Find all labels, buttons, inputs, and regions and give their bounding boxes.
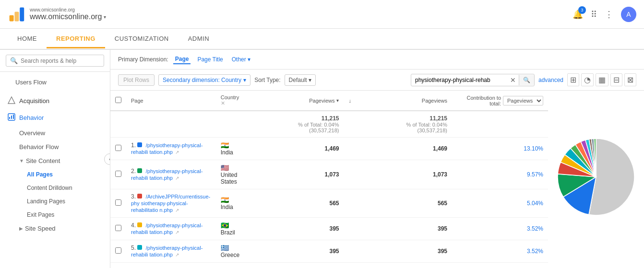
th-sort-arrow[interactable]: ↓ xyxy=(344,91,356,111)
row-page-cell: 5. /physiotherapy-physical-rehabili tati… xyxy=(126,240,216,263)
row-contrib: 9.57% xyxy=(452,160,548,189)
row-country-cell: 🇮🇳 India xyxy=(216,189,248,218)
behavior-label: Behavior xyxy=(19,114,44,121)
external-link-icon[interactable]: ↗ xyxy=(175,208,179,213)
sidebar-item-site-content[interactable]: ▼ Site Content xyxy=(0,154,110,168)
sort-desc-arrow[interactable]: ▾ xyxy=(336,98,339,103)
sidebar-item-content-drilldown[interactable]: Content Drilldown xyxy=(0,181,110,195)
row-num: 3. xyxy=(131,193,136,200)
nav-reporting[interactable]: REPORTING xyxy=(47,30,105,48)
apps-icon[interactable]: ⠿ xyxy=(591,9,597,20)
external-link-icon[interactable]: ↗ xyxy=(175,150,179,155)
search-clear-icon[interactable]: ✕ xyxy=(507,74,519,86)
country-flag: 🇮🇳 xyxy=(221,196,229,204)
view-bar-icon[interactable]: ▦ xyxy=(596,73,608,86)
country-name: United States xyxy=(221,172,238,185)
topbar-left: www.omicsonline.org www.omicsonline.org … xyxy=(8,6,106,23)
secondary-dim-select[interactable]: Secondary dimension: Country ▾ xyxy=(158,74,250,86)
sort-select[interactable]: Default ▾ xyxy=(285,74,316,86)
summary-checkbox-cell xyxy=(110,111,126,138)
row-color-dot xyxy=(137,194,142,198)
row-country-cell: 🇬🇷 Greece xyxy=(216,240,248,263)
sidebar-item-exit-pages[interactable]: Exit Pages xyxy=(0,208,110,221)
collapse-arrow: ▼ xyxy=(19,158,24,163)
external-link-icon[interactable]: ↗ xyxy=(175,252,179,257)
sidebar-item-overview[interactable]: Overview xyxy=(0,126,110,140)
view-pie-icon[interactable]: ◔ xyxy=(581,73,594,86)
row-num: 4. xyxy=(131,222,136,229)
secondary-dim-arrow: ▾ xyxy=(243,77,246,83)
row-checkbox[interactable] xyxy=(115,199,121,206)
notification-bell[interactable]: 🔔 3 xyxy=(572,9,583,20)
row-spacer xyxy=(344,218,356,240)
th-checkbox xyxy=(110,91,126,111)
row-country-cell: 🇺🇸 United States xyxy=(216,160,248,189)
search-input[interactable] xyxy=(21,58,100,64)
site-dropdown-arrow[interactable]: ▾ xyxy=(104,14,106,20)
dim-btn-page-title[interactable]: Page Title xyxy=(195,55,225,64)
row-checkbox[interactable] xyxy=(115,145,121,151)
row-num: 1. xyxy=(131,142,136,149)
table-wrap: Page Country ✕ Pageviews ▾ ↓ Pageviews xyxy=(110,91,644,263)
external-link-icon[interactable]: ↗ xyxy=(175,175,179,181)
row-country-cell: 🇮🇳 India xyxy=(216,138,248,160)
row-spacer xyxy=(344,240,356,263)
view-pivot-icon[interactable]: ⊠ xyxy=(624,73,636,86)
row-country-cell: 🇧🇷 Brazil xyxy=(216,218,248,240)
more-options-icon[interactable]: ⋮ xyxy=(605,9,613,20)
sidebar-item-site-speed[interactable]: ▶ Site Speed xyxy=(0,221,110,235)
sidebar-item-all-pages[interactable]: All Pages xyxy=(0,168,110,181)
avatar[interactable]: A xyxy=(621,7,636,22)
search-icon: 🔍 xyxy=(10,57,18,64)
sidebar-section: Users Flow xyxy=(0,72,110,93)
sidebar-item-acquisition[interactable]: Acquisition xyxy=(0,93,110,109)
sidebar-item-users-flow[interactable]: Users Flow xyxy=(0,75,110,90)
row-contrib: 3.52% xyxy=(452,218,548,240)
contribution-select[interactable]: Pageviews xyxy=(503,96,543,105)
table-row: 2. /physiotherapy-physical-rehabili tati… xyxy=(110,160,548,189)
nav-customization[interactable]: CUSTOMIZATION xyxy=(105,30,179,48)
site-name-main[interactable]: www.omicsonline.org ▾ xyxy=(30,12,106,21)
row-checkbox-cell xyxy=(110,160,126,189)
table-row: 4. /physiotherapy-physical-rehabili tati… xyxy=(110,218,548,240)
sidebar-search-area: 🔍 xyxy=(0,50,110,72)
dim-btn-other[interactable]: Other ▾ xyxy=(230,55,252,64)
row-page-link[interactable]: /ArchiveJPPR/currentissue-phy siotherapy… xyxy=(131,194,210,213)
row-checkbox[interactable] xyxy=(115,171,121,177)
acquisition-label: Acquisition xyxy=(19,97,49,105)
search-input-wrap[interactable]: 🔍 xyxy=(6,55,104,67)
sidebar-item-behavior-flow[interactable]: Behavior Flow xyxy=(0,140,110,154)
dim-btn-page[interactable]: Page xyxy=(173,55,191,64)
search-go-button[interactable]: 🔍 xyxy=(519,75,534,85)
table-row: 1. /physiotherapy-physical-rehabili tati… xyxy=(110,138,548,160)
country-flag: 🇺🇸 xyxy=(221,164,229,172)
search-filter-input[interactable] xyxy=(411,75,507,85)
row-contrib: 13.10% xyxy=(452,138,548,160)
row-spacer xyxy=(344,138,356,160)
country-flag: 🇧🇷 xyxy=(221,221,229,229)
view-data-icon[interactable]: ⊞ xyxy=(567,73,579,86)
row-pageviews: 1,469 xyxy=(248,138,344,160)
table-header-row: Page Country ✕ Pageviews ▾ ↓ Pageviews xyxy=(110,91,548,111)
pie-chart-panel xyxy=(548,91,644,263)
sidebar-item-landing-pages[interactable]: Landing Pages xyxy=(0,195,110,208)
advanced-link[interactable]: advanced xyxy=(538,77,563,83)
view-compare-icon[interactable]: ⊟ xyxy=(610,73,622,86)
nav-admin[interactable]: ADMIN xyxy=(179,30,219,48)
row-contrib: 3.52% xyxy=(452,240,548,263)
row-checkbox[interactable] xyxy=(115,225,121,231)
th-page: Page xyxy=(126,91,216,111)
main-table: Page Country ✕ Pageviews ▾ ↓ Pageviews xyxy=(110,91,548,263)
row-checkbox[interactable] xyxy=(115,247,121,254)
content-area: Primary Dimension: Page Page Title Other… xyxy=(110,50,644,268)
select-all-checkbox[interactable] xyxy=(115,97,121,103)
external-link-icon[interactable]: ↗ xyxy=(175,230,179,235)
plot-rows-button[interactable]: Plot Rows xyxy=(118,74,155,86)
country-remove-icon[interactable]: ✕ xyxy=(221,100,225,106)
nav-home[interactable]: HOME xyxy=(8,30,47,48)
sidebar-item-behavior[interactable]: Behavior xyxy=(0,109,110,126)
summary-pageviews1: 11,215 % of Total: 0.04% (30,537,218) xyxy=(248,111,344,138)
main-layout: 🔍 Users Flow Acquisition Behavior Overvi… xyxy=(0,50,644,268)
pageviews-header-label: Pageviews xyxy=(309,98,334,104)
filters-row: Primary Dimension: Page Page Title Other… xyxy=(110,50,644,70)
